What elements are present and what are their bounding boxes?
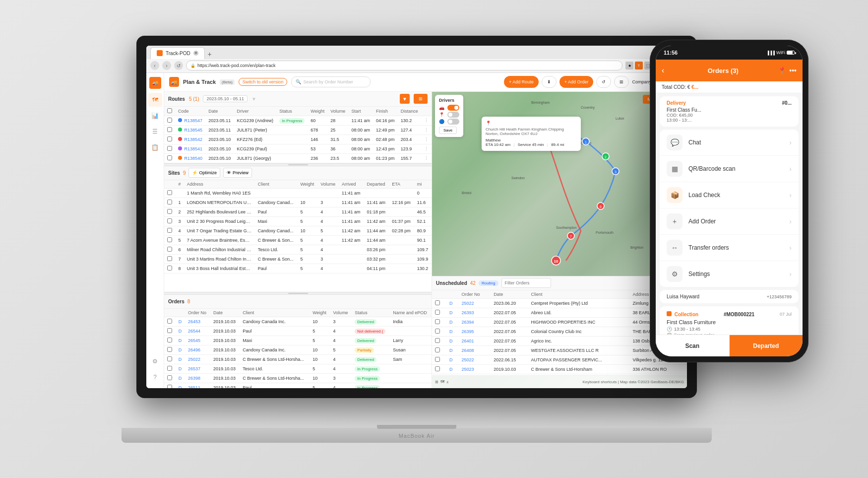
url-bar[interactable]: 🔒 https://web.track-pod.com/en/plan-trac… bbox=[186, 61, 622, 70]
refresh-btn[interactable]: ↺ bbox=[174, 61, 183, 70]
table-row[interactable]: 1 LONDON METROPOLITAN UNIVERSITY 1 Cando… bbox=[164, 198, 432, 207]
table-row[interactable]: D 26393 2022.07.05 Abreo Ltd. 38 EARLSWO… bbox=[432, 308, 687, 317]
switch-old-version-btn[interactable]: Switch to old version bbox=[239, 78, 288, 86]
forward-btn[interactable]: › bbox=[162, 61, 171, 70]
table-row[interactable]: 7 Unit 3 Martins Road Chilton Ind Estate… bbox=[164, 254, 432, 264]
delivery-time: 13:00 - 13:... bbox=[667, 118, 792, 123]
sidebar-item-orders[interactable]: 📋 bbox=[148, 140, 162, 154]
order-no: 26545 bbox=[185, 336, 210, 345]
phone-menu-qr[interactable]: ▦ QR/Barcode scan › bbox=[660, 156, 799, 182]
table-row[interactable]: D 26395 2022.07.05 Colonial Country Club… bbox=[432, 327, 687, 336]
beta-badge: (Beta) bbox=[220, 79, 235, 85]
select-all-routes[interactable] bbox=[167, 108, 172, 113]
star-icon[interactable]: ★ bbox=[625, 62, 633, 69]
tab-close-btn[interactable]: ✕ bbox=[193, 51, 198, 56]
driver-toggle-3[interactable] bbox=[447, 119, 459, 125]
route-actions[interactable]: ⋮ bbox=[421, 116, 432, 125]
table-row[interactable]: D 25022 2023.06.20 Centpret Properties (… bbox=[432, 298, 687, 308]
order-check bbox=[164, 373, 176, 383]
route-actions[interactable]: ⋮ bbox=[421, 153, 432, 163]
preview-label: Preview bbox=[233, 170, 248, 175]
route-date: 2023.05.10 bbox=[205, 144, 234, 153]
sidebar-item-help[interactable]: ? bbox=[148, 370, 162, 384]
table-row[interactable]: D 26496 2019.10.03 Candoxy Canada Inc. 1… bbox=[164, 345, 432, 354]
table-row[interactable]: 4 Unit 7 Ongar Trading Estate Great Dunm… bbox=[164, 226, 432, 235]
table-row[interactable]: R138542 2023.05.10 KFZ276 (Ed) 146 31.5 … bbox=[164, 135, 432, 144]
site-arrived: 11:41 am bbox=[339, 207, 364, 216]
phone-menu-chat[interactable]: 💬 Chat › bbox=[660, 130, 799, 156]
table-row[interactable]: D 25023 2019.10.03 C Brewer & Sons Ltd-H… bbox=[432, 364, 687, 374]
sidebar-item-map[interactable]: 🗺 bbox=[148, 93, 162, 107]
chevron-down-icon[interactable]: ▼ bbox=[251, 96, 256, 102]
table-row[interactable]: R138547 2023.05.11 KCG239 (Andrew) In Pr… bbox=[164, 116, 432, 125]
map-pin-icon[interactable]: 📍 bbox=[778, 67, 786, 74]
city-luton: Luton bbox=[616, 117, 624, 120]
table-row[interactable]: D 26511 2019.10.03 Paul 5 4 In Progress bbox=[164, 383, 432, 388]
table-row[interactable]: D 26408 2022.07.05 WESTGATE ASSOCIATES L… bbox=[432, 345, 687, 355]
extension-icon[interactable]: T bbox=[635, 62, 643, 69]
route-actions[interactable]: ⋮ bbox=[421, 144, 432, 153]
table-row[interactable]: 2 252 Highlands Boulevard Lee On Sea, Es… bbox=[164, 207, 432, 216]
save-map-btn[interactable]: Save bbox=[439, 127, 457, 134]
back-btn[interactable]: ‹ bbox=[662, 66, 664, 75]
table-row[interactable]: R138540 2023.05.10 JUL871 (Georgy) 236 2… bbox=[164, 153, 432, 163]
table-row[interactable]: D 25022 2022.06.15 AUTOPAX PASSENGER SER… bbox=[432, 355, 687, 364]
table-row[interactable]: D 26453 2019.10.03 Candoxy Canada Inc. 1… bbox=[164, 317, 432, 326]
table-row[interactable]: R138545 2023.05.11 JUL871 (Peter) 678 25… bbox=[164, 125, 432, 135]
preview-btn[interactable]: 👁 Preview bbox=[223, 168, 252, 178]
browser-tab-active[interactable]: Track-POD ✕ bbox=[150, 47, 205, 59]
driver-toggle-1[interactable] bbox=[447, 105, 459, 111]
export-btn[interactable]: ⬇ bbox=[542, 76, 557, 88]
refresh-orders-btn[interactable]: ↺ bbox=[596, 76, 611, 88]
table-row[interactable]: D 26544 2019.10.03 Paul 5 4 Not delivere… bbox=[164, 326, 432, 336]
table-row[interactable]: D 26545 2019.10.03 Maxi 5 4 Delivered La… bbox=[164, 336, 432, 345]
col-actions bbox=[421, 107, 432, 116]
order-status: In Progress bbox=[352, 383, 390, 388]
route-actions[interactable]: ⋮ bbox=[421, 125, 432, 135]
table-row[interactable]: D 25022 2019.10.03 C Brewer & Sons Ltd-H… bbox=[164, 354, 432, 364]
unsch-date: 2022.07.05 bbox=[491, 327, 528, 336]
map-tools-icon[interactable]: ⊞ bbox=[435, 380, 438, 384]
table-row[interactable]: R138541 2023.05.10 KCG239 (Paul) 53 36 0… bbox=[164, 144, 432, 153]
site-address: Unit 3 Martins Road Chilton Ind Estate S… bbox=[184, 254, 255, 264]
order-weight: 10 bbox=[310, 373, 330, 383]
route-volume: 31.5 bbox=[327, 135, 348, 144]
sidebar-item-list[interactable]: ☰ bbox=[148, 125, 162, 138]
table-row[interactable]: 8 Unit 3 Boss Hall Industrial Estate Spr… bbox=[164, 264, 432, 273]
routes-left-panel: Routes 5 (1) 2023.05.10 - 05.11 ▼ ▼ ⊞ bbox=[164, 92, 432, 388]
tab-new-btn[interactable]: + bbox=[205, 49, 215, 59]
map-zoom-icon[interactable]: ± bbox=[446, 380, 448, 384]
grid-btn[interactable]: ⊞ bbox=[614, 76, 629, 88]
sidebar-item-chart[interactable]: 📊 bbox=[148, 109, 162, 123]
table-row[interactable]: D 26401 2022.07.05 Agrico Inc. 138 Osbor… bbox=[432, 336, 687, 345]
table-row[interactable]: 5 7 Acorn Avenue Braintree, Essex CM7 2L… bbox=[164, 235, 432, 245]
departed-btn[interactable]: Departed bbox=[730, 335, 803, 356]
table-row[interactable]: 1 Marsh Rd, Wembley HA0 1ES 11:41 am 0 bbox=[164, 188, 432, 198]
more-options-icon[interactable]: ••• bbox=[789, 67, 797, 74]
sidebar-item-settings[interactable]: ⚙ bbox=[148, 354, 162, 368]
add-route-btn[interactable]: + Add Route bbox=[504, 76, 539, 88]
phone-menu-settings[interactable]: ⚙ Settings › bbox=[660, 261, 799, 287]
scan-btn[interactable]: Scan bbox=[656, 335, 730, 356]
phone-menu-addorder[interactable]: + Add Order › bbox=[660, 208, 799, 235]
optimize-btn[interactable]: ⚡ Optimize bbox=[188, 168, 220, 178]
filter-btn[interactable]: ▼ bbox=[400, 94, 410, 104]
phone-menu-transfer[interactable]: ↔ Transfer orders › bbox=[660, 235, 799, 261]
site-num: 7 bbox=[175, 254, 184, 264]
map-layer-icon[interactable]: 🗺 bbox=[440, 380, 444, 384]
phone-menu-loadcheck[interactable]: 📦 Load Check › bbox=[660, 182, 799, 208]
table-row[interactable]: D 26537 2019.10.03 Tesco Ltd. 5 4 In Pro… bbox=[164, 364, 432, 373]
table-row[interactable]: D 26398 2019.10.03 C Brewer & Sons Ltd-H… bbox=[164, 373, 432, 383]
filter-orders-input[interactable] bbox=[501, 278, 551, 288]
table-row[interactable]: 3 Unit 2 30 Progress Road Leigh-on-Sea, … bbox=[164, 216, 432, 226]
back-btn[interactable]: ‹ bbox=[150, 61, 159, 70]
map-toggle-btn[interactable]: ⊞ bbox=[414, 94, 428, 104]
add-order-btn[interactable]: + Add Order bbox=[559, 76, 594, 88]
table-row[interactable]: D 26394 2022.07.05 HIGHWOOD PROPERTIES I… bbox=[432, 317, 687, 327]
table-row[interactable]: 6 Milner Road Chilton Industrial Estate … bbox=[164, 245, 432, 254]
route-actions[interactable]: ⋮ bbox=[421, 135, 432, 144]
driver-toggle-2[interactable] bbox=[447, 112, 459, 118]
date-range[interactable]: 2023.05.10 - 05.11 bbox=[203, 95, 248, 102]
search-placeholder: Search by Order Number bbox=[303, 79, 353, 84]
delivery-client: First Class Fu... bbox=[667, 107, 792, 113]
